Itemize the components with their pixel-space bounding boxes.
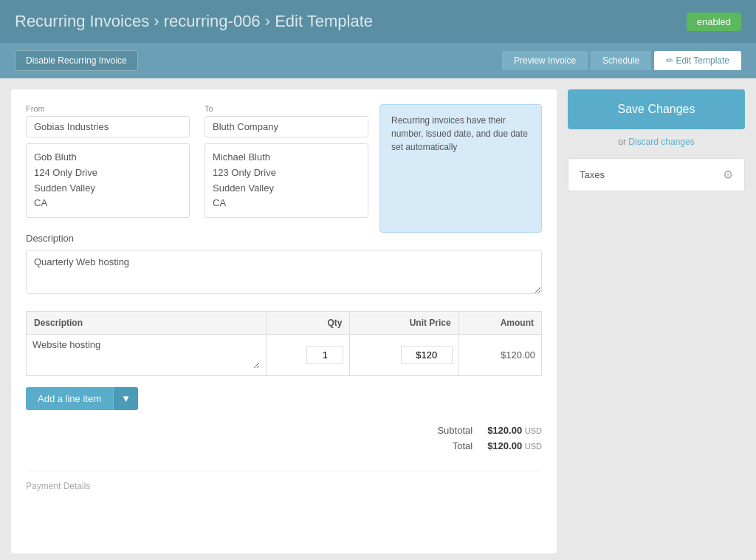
disable-recurring-button[interactable]: Disable Recurring Invoice — [15, 50, 138, 71]
add-line-dropdown-button[interactable]: ▼ — [113, 387, 138, 410]
info-bubble: Recurring invoices have their number, is… — [379, 104, 542, 233]
total-amount: $120.00 USD — [487, 440, 542, 451]
separator2: › — [265, 12, 275, 30]
to-address: 123 Only DriveSudden ValleyCA — [213, 165, 360, 211]
line-items-table: Description Qty Unit Price Amount Websit… — [26, 311, 542, 376]
col-description: Description — [27, 312, 267, 335]
description-label: Description — [26, 233, 542, 244]
subtotal-label: Subtotal — [428, 425, 472, 436]
subtotal-row: Subtotal $120.00 USD — [428, 425, 542, 436]
form-area: From Gob Bluth 124 Only DriveSudden Vall… — [11, 89, 557, 553]
sidebar: Save Changes or Discard changes Taxes ⚙ — [568, 89, 745, 553]
total-label: Total — [428, 440, 472, 451]
tab-edit-template[interactable]: ✏ Edit Template — [654, 51, 741, 70]
total-row: Total $120.00 USD — [428, 440, 542, 451]
row-unit-price-input[interactable] — [401, 346, 453, 364]
or-text: or — [618, 137, 626, 147]
gear-icon[interactable]: ⚙ — [723, 168, 733, 182]
save-changes-button[interactable]: Save Changes — [568, 89, 745, 129]
to-col: To Michael Bluth 123 Only DriveSudden Va… — [205, 104, 368, 218]
table-row: Website hosting $120.00 — [27, 335, 542, 376]
breadcrumb-template: Edit Template — [275, 12, 373, 30]
tab-preview-invoice[interactable]: Preview Invoice — [502, 51, 588, 70]
row-amount-cell: $120.00 — [458, 335, 541, 376]
taxes-label: Taxes — [580, 169, 605, 180]
taxes-box: Taxes ⚙ — [568, 158, 745, 191]
header: Recurring Invoices › recurring-006 › Edi… — [0, 0, 756, 43]
description-section: Description Quarterly Web hosting — [26, 233, 542, 296]
tab-group: Preview Invoice Schedule ✏ Edit Template — [502, 51, 741, 70]
row-description-cell[interactable]: Website hosting — [27, 335, 267, 376]
discard-changes-link[interactable]: Discard changes — [628, 137, 694, 147]
payment-details-label: Payment Details — [26, 481, 90, 491]
form-left: From Gob Bluth 124 Only DriveSudden Vall… — [26, 104, 368, 233]
col-unit-price: Unit Price — [350, 312, 458, 335]
from-label: From — [26, 104, 190, 113]
row-qty-cell — [267, 335, 350, 376]
to-company-input[interactable] — [205, 116, 368, 137]
description-textarea[interactable]: Quarterly Web hosting — [26, 250, 542, 294]
main-layout: From Gob Bluth 124 Only DriveSudden Vall… — [0, 78, 756, 560]
from-col: From Gob Bluth 124 Only DriveSudden Vall… — [26, 104, 190, 218]
col-qty: Qty — [267, 312, 350, 335]
totals-section: Subtotal $120.00 USD Total $120.00 USD — [428, 425, 542, 456]
from-to-row: From Gob Bluth 124 Only DriveSudden Vall… — [26, 104, 368, 218]
status-badge: enabled — [687, 13, 741, 31]
col-amount: Amount — [458, 312, 541, 335]
from-company-input[interactable] — [26, 116, 190, 137]
row-qty-input[interactable] — [306, 346, 343, 364]
row-unit-price-cell — [350, 335, 458, 376]
subtotal-amount: $120.00 USD — [487, 425, 542, 436]
breadcrumb-recurring: Recurring Invoices — [15, 12, 149, 30]
add-line-section: Add a line item ▼ — [26, 387, 542, 410]
toolbar: Disable Recurring Invoice Preview Invoic… — [0, 43, 756, 78]
to-contact: Michael Bluth — [213, 150, 360, 165]
discard-section: or Discard changes — [568, 137, 745, 147]
tab-schedule[interactable]: Schedule — [591, 51, 651, 70]
from-to-section: From Gob Bluth 124 Only DriveSudden Vall… — [26, 104, 542, 233]
row-description-input[interactable]: Website hosting — [32, 339, 260, 369]
header-title: Recurring Invoices › recurring-006 › Edi… — [15, 12, 373, 31]
edit-icon: ✏ — [666, 55, 676, 66]
from-contact: Gob Bluth — [34, 150, 182, 165]
separator1: › — [154, 12, 163, 30]
payment-details: Payment Details — [26, 471, 542, 491]
from-address: 124 Only DriveSudden ValleyCA — [34, 165, 182, 211]
from-address-box: Gob Bluth 124 Only DriveSudden ValleyCA — [26, 143, 190, 218]
add-line-item-button[interactable]: Add a line item — [26, 387, 113, 410]
to-label: To — [205, 104, 368, 113]
to-address-box: Michael Bluth 123 Only DriveSudden Valle… — [205, 143, 368, 218]
breadcrumb-id: recurring-006 — [164, 12, 261, 30]
